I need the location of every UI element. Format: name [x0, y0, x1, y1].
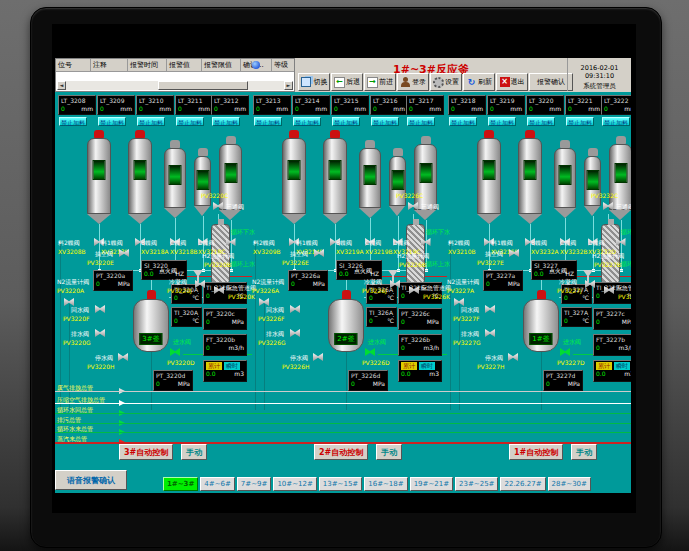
- tank-shell: [609, 144, 631, 210]
- scrollbar-thumb[interactable]: [158, 81, 248, 90]
- alarm-column-header[interactable]: 报警值: [167, 59, 202, 71]
- feed-tank: [164, 140, 186, 218]
- forbid-feed-button[interactable]: 禁止加料: [371, 117, 399, 126]
- manual-button[interactable]: 手动: [181, 444, 207, 460]
- reactor-page-tab[interactable]: 28#~30#: [548, 477, 591, 491]
- exit-button[interactable]: ×退出: [496, 73, 528, 91]
- reactor-page-tab[interactable]: 1#~3#: [163, 477, 198, 491]
- level-value: 0: [178, 105, 182, 113]
- level-instrument: LT_3214 0mm: [292, 95, 330, 115]
- pipe-bus: 蒸汽来总管: [55, 435, 631, 443]
- ti-value: 0: [206, 292, 210, 300]
- ti-tag: TI_320A_2: [174, 309, 199, 317]
- forbid-feed-button[interactable]: 禁止加料: [254, 117, 282, 126]
- alarm-column-header[interactable]: 报警限值: [202, 59, 241, 71]
- ti-unit: ℃: [192, 294, 199, 302]
- refresh-button[interactable]: ↻刷新: [463, 73, 495, 91]
- h2-flow-valve-label: H2流量计阀: [202, 252, 234, 261]
- three-way-valve-tag: PV3226C: [396, 192, 423, 199]
- reactor-page-tab[interactable]: 10#~12#: [273, 477, 316, 491]
- alarm-column-header[interactable]: 报警时间: [128, 59, 167, 71]
- back-button[interactable]: ←后退: [331, 73, 363, 91]
- alarm-scrollbar[interactable]: ◄ ►: [57, 81, 293, 90]
- forbid-feed-button[interactable]: 禁止加料: [176, 117, 204, 126]
- forbid-feed-button[interactable]: 禁止加料: [407, 117, 435, 126]
- alarm-column-header[interactable]: 位号: [56, 59, 91, 71]
- feed-valve-tag: XV3209B: [253, 248, 281, 255]
- feed-tank: [323, 130, 347, 224]
- forbid-feed-button[interactable]: 禁止加料: [566, 117, 594, 126]
- drain-valve-label: 排水阀: [266, 330, 284, 339]
- level-tag-label: LT_3214: [295, 97, 327, 105]
- level-tag-label: LT_3220: [529, 97, 561, 105]
- desktop-background: 位号注释报警时间报警值报警限值确认...等级 ◄ ► 1#~3#反应釜 切换 ←…: [0, 0, 689, 551]
- switch-button[interactable]: 切换: [298, 73, 330, 91]
- totalizer-total-button[interactable]: 累计: [206, 362, 222, 370]
- scroll-right-icon[interactable]: ►: [284, 81, 293, 90]
- stop-water-valve-label: 停水阀: [485, 354, 503, 363]
- auto-control-button[interactable]: 3#自动控制: [119, 444, 173, 460]
- auto-control-button[interactable]: 2#自动控制: [314, 444, 368, 460]
- forward-button[interactable]: →前进: [364, 73, 396, 91]
- forbid-feed-button[interactable]: 禁止加料: [527, 117, 555, 126]
- reactor-page-tab[interactable]: 16#~18#: [364, 477, 407, 491]
- datetime: 2016-02-01 09:31:10: [568, 64, 631, 80]
- cooling-water-in-label: 循环上水: [231, 260, 255, 269]
- pt-unit: MPa: [568, 380, 580, 388]
- control-buttons: 1#自动控制 手动: [509, 444, 597, 460]
- reactor-page-tab[interactable]: 13#~15#: [319, 477, 362, 491]
- forbid-feed-button[interactable]: 禁止加料: [602, 117, 630, 126]
- tank-cap: [393, 148, 403, 156]
- forbid-feed-button[interactable]: 禁止加料: [293, 117, 321, 126]
- totalizer-instant-button[interactable]: 瞬时: [224, 362, 240, 370]
- level-instrument: LT_3211 0mm: [175, 95, 213, 115]
- alarm-column-header[interactable]: 注释: [91, 59, 128, 71]
- tank-shell: [164, 148, 186, 208]
- voice-alarm-ack-button[interactable]: 语音报警确认: [55, 470, 127, 490]
- temp-instrument: TI_326A_2 0℃: [366, 307, 397, 327]
- totalizer-total-button[interactable]: 累计: [596, 362, 612, 370]
- manual-button[interactable]: 手动: [571, 444, 597, 460]
- forbid-feed-button[interactable]: 禁止加料: [137, 117, 165, 126]
- ti-tag: TI_326A_2: [369, 309, 394, 317]
- forbid-feed-button[interactable]: 禁止加料: [59, 117, 87, 126]
- reactor-page-tab[interactable]: 23#~25#: [455, 477, 498, 491]
- login-button[interactable]: 登录: [397, 73, 429, 91]
- pt-tag: PT_3226c: [401, 310, 439, 318]
- pt-value: 0: [596, 318, 600, 326]
- forbid-feed-button[interactable]: 禁止加料: [212, 117, 240, 126]
- reactor-page-tab[interactable]: 22.26.27#: [500, 477, 545, 491]
- vacuum-valve-tag: PV3227E: [477, 259, 504, 266]
- manual-button[interactable]: 手动: [376, 444, 402, 460]
- feed-valve-label: C蝶阀: [560, 239, 576, 248]
- reactor-page-tab[interactable]: 7#~9#: [237, 477, 272, 491]
- alarm-column-header[interactable]: 等级: [272, 59, 294, 71]
- auto-control-button[interactable]: 1#自动控制: [509, 444, 563, 460]
- reactor-page-tab[interactable]: 19#~21#: [410, 477, 453, 491]
- vacuum-valve-label: 抽空阀: [290, 250, 308, 259]
- totalizer-instant-button[interactable]: 瞬时: [614, 362, 630, 370]
- forbid-feed-button[interactable]: 禁止加料: [332, 117, 360, 126]
- scrollbar-track[interactable]: [66, 81, 284, 90]
- tank-cone: [164, 208, 186, 218]
- level-value: 0: [295, 105, 299, 113]
- tank-cap: [484, 130, 494, 138]
- cooling-water-out-label: 循环下水: [426, 228, 450, 237]
- totalizer-total-button[interactable]: 累计: [401, 362, 417, 370]
- totalizer-instant-button[interactable]: 瞬时: [419, 362, 435, 370]
- temp-instrument: TI_327A_2 0℃: [561, 307, 592, 327]
- tank-cone: [282, 214, 306, 224]
- scroll-left-icon[interactable]: ◄: [57, 81, 66, 90]
- tank-cap: [198, 148, 208, 156]
- forbid-feed-button[interactable]: 禁止加料: [488, 117, 516, 126]
- level-value: 0: [373, 105, 377, 113]
- flow-totalizer: 累计 瞬时 0.0m3: [203, 360, 247, 382]
- tank-cone: [389, 206, 405, 216]
- condense-valve-tag: PV3227J: [557, 287, 582, 294]
- ignition-funnel-icon: [583, 270, 593, 282]
- settings-button[interactable]: 设置: [430, 73, 462, 91]
- forbid-feed-button[interactable]: 禁止加料: [98, 117, 126, 126]
- forbid-feed-button[interactable]: 禁止加料: [449, 117, 477, 126]
- reactor-page-tab[interactable]: 4#~6#: [200, 477, 235, 491]
- pressure-instrument: PT_3227c 0MPa: [593, 308, 631, 330]
